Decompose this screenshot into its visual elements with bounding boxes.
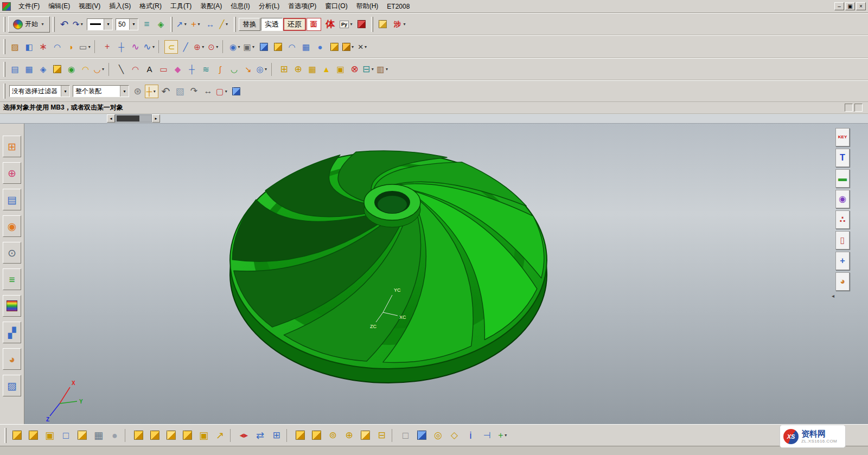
line-icon[interactable]: ╱ xyxy=(178,40,192,54)
copy-python-icon[interactable]: Py ▾ xyxy=(339,17,354,31)
through-curves-icon[interactable]: ▦ xyxy=(22,62,36,76)
document-icon[interactable] xyxy=(376,17,390,31)
dropdown-arrow-icon[interactable]: ▾ xyxy=(225,22,229,27)
body-pair-icon[interactable] xyxy=(358,427,373,443)
chevron-down-icon[interactable]: ▾ xyxy=(129,19,138,30)
project-curve-icon[interactable]: ↘ xyxy=(241,62,255,76)
offset-curve-icon[interactable]: ≋ xyxy=(199,62,213,76)
assemble-tool-icon[interactable]: +▾ xyxy=(495,427,511,443)
view-pan-slider[interactable]: ◂ ▸ xyxy=(107,114,160,123)
snap-point-icon[interactable]: ┼▾ xyxy=(145,85,158,98)
swept-surface-icon[interactable] xyxy=(50,62,64,76)
sheet-body-icon[interactable] xyxy=(271,40,285,54)
split-body-icon[interactable]: ⇄ xyxy=(252,427,268,443)
toolbar-grip[interactable] xyxy=(234,17,236,32)
datum-offset-icon[interactable]: ↗ xyxy=(212,427,228,443)
start-button[interactable]: 开始 ▾ xyxy=(8,16,50,33)
pad-feature-icon[interactable] xyxy=(147,427,163,443)
shaded-view-icon[interactable]: ▧ xyxy=(173,85,187,98)
toolbar-grip[interactable] xyxy=(3,62,5,77)
user-roles-icon[interactable]: ◕ xyxy=(3,348,21,370)
impeller-model[interactable]: YCXCZCXYZ xyxy=(24,124,868,424)
dropdown-arrow-icon[interactable]: ▾ xyxy=(152,89,157,94)
spline-icon[interactable]: ∿ xyxy=(129,40,142,54)
line-tool-icon[interactable]: ╲ xyxy=(114,62,128,76)
molecule-palette-icon[interactable]: ◉ xyxy=(835,190,850,208)
transform-body-icon[interactable]: ▣ xyxy=(196,427,212,443)
menu-item-8[interactable]: 信息(I) xyxy=(226,0,254,12)
iso-cube-icon[interactable] xyxy=(414,427,430,443)
circle-icon[interactable]: ⊕▾ xyxy=(193,40,206,54)
feature-extrude-icon[interactable] xyxy=(9,427,25,443)
body-button[interactable]: 体 xyxy=(322,18,339,31)
constraint-tool-icon[interactable]: ⊣ xyxy=(479,427,495,443)
replace-button[interactable]: 替换 xyxy=(239,18,260,31)
details-panel-icon[interactable]: ≡ xyxy=(3,268,21,290)
dropdown-arrow-icon[interactable]: ▾ xyxy=(101,67,106,72)
polygon-tool-icon[interactable]: ◆ xyxy=(171,62,184,76)
joint-tool-icon[interactable]: ⊕ xyxy=(341,427,357,443)
sphere-icon[interactable]: ● xyxy=(314,40,327,54)
slider-thumb[interactable] xyxy=(117,116,139,121)
she-button[interactable]: 涉 ▾ xyxy=(390,18,411,31)
rectangle-tool-icon[interactable]: ▭ xyxy=(157,62,170,76)
menu-item-11[interactable]: 窗口(O) xyxy=(321,0,352,12)
template-palette-icon[interactable]: T xyxy=(835,149,850,167)
toolbar-grip[interactable] xyxy=(170,17,173,32)
offset-face-icon[interactable] xyxy=(309,427,324,443)
arc-icon[interactable]: ⊙▾ xyxy=(207,40,220,54)
dropdown-arrow-icon[interactable]: ▾ xyxy=(350,44,355,49)
chevron-down-icon[interactable]: ▾ xyxy=(61,86,69,97)
dropdown-arrow-icon[interactable]: ▾ xyxy=(79,22,84,27)
revolve-icon[interactable]: ◗ xyxy=(65,40,78,54)
instance-feature-icon[interactable] xyxy=(180,427,195,443)
assembly-sequence-icon[interactable]: ▥▾ xyxy=(376,62,390,76)
pattern-face-icon[interactable]: ⊞ xyxy=(269,427,284,443)
sample-tube-icon[interactable]: ▯ xyxy=(835,231,850,249)
translucent-button[interactable]: 实透 xyxy=(261,18,283,31)
menu-item-12[interactable]: 帮助(H) xyxy=(352,0,383,12)
reuse-library-icon[interactable]: ◉ xyxy=(3,215,21,237)
slider-track[interactable] xyxy=(115,114,152,123)
red-cube-icon[interactable] xyxy=(355,17,368,31)
gray-part-icon[interactable]: ● xyxy=(107,427,123,443)
menu-item-7[interactable]: 装配(A) xyxy=(196,0,226,12)
constraint-navigator-icon[interactable]: ⊕ xyxy=(3,162,21,184)
ruled-surface-icon[interactable]: ▤ xyxy=(8,62,22,76)
toolbar-grip[interactable] xyxy=(371,17,373,32)
bounded-plane-icon[interactable]: ▦ xyxy=(299,40,313,54)
menu-item-3[interactable]: 视图(V) xyxy=(74,0,105,12)
zoom-combo[interactable]: 50 ▾ xyxy=(116,18,138,30)
scene-settings-icon[interactable]: ▨ xyxy=(3,375,21,396)
add-palette-icon[interactable]: + xyxy=(835,252,850,270)
datum-csys-icon[interactable]: ∗ xyxy=(36,40,50,54)
join-curve-icon[interactable]: ⊂ xyxy=(164,40,178,54)
materials-palette-icon[interactable] xyxy=(3,295,21,317)
cam-setup-icon[interactable]: ▦ xyxy=(91,427,106,443)
law-curve-icon[interactable]: ∫ xyxy=(213,62,227,76)
orient-view-icon[interactable] xyxy=(229,85,243,98)
menu-item-13[interactable]: ET2008 xyxy=(382,1,414,12)
dropdown-arrow-icon[interactable]: ▾ xyxy=(151,44,156,49)
move-component-icon[interactable]: ▣ xyxy=(334,62,347,76)
point-set-icon[interactable]: ┼ xyxy=(114,40,128,54)
toolbar-grip[interactable] xyxy=(53,17,55,32)
slider-left-button[interactable]: ◂ xyxy=(107,114,115,123)
feature-pattern-icon[interactable] xyxy=(74,427,90,443)
adjust-tool-icon[interactable]: ⊚ xyxy=(325,427,341,443)
toolbar-grip[interactable] xyxy=(3,84,5,99)
menu-item-4[interactable]: 插入(S) xyxy=(105,0,135,12)
toolbar-grip[interactable] xyxy=(3,17,5,32)
boss-feature-icon[interactable] xyxy=(131,427,146,443)
edge-blend-icon[interactable] xyxy=(328,40,341,54)
part-info-icon[interactable]: i xyxy=(463,427,478,443)
tube-icon[interactable]: ◎▾ xyxy=(256,62,269,76)
visualization-tools-icon[interactable]: ▞ xyxy=(3,322,21,343)
rectangle-select-icon[interactable]: ▢▾ xyxy=(215,85,229,98)
extrude-icon[interactable] xyxy=(257,40,271,54)
chamfer-icon[interactable]: ▾ xyxy=(342,40,356,54)
mold-tools-icon[interactable]: ▬ xyxy=(835,169,850,188)
selection-scope-combo[interactable]: 整个装配 ▾ xyxy=(73,85,129,97)
dropdown-arrow-icon[interactable]: ▾ xyxy=(87,44,92,49)
ruler-icon[interactable]: ╱▾ xyxy=(218,17,231,31)
